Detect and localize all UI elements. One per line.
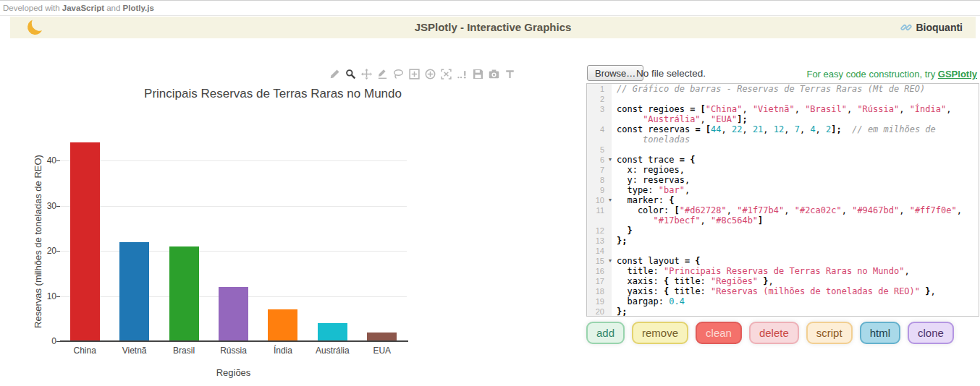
reset-axes-icon[interactable] <box>457 69 468 80</box>
code-line: title: "Principais Reservas de Terras Ra… <box>612 266 979 276</box>
gsplotly-link[interactable]: GSPlotly <box>938 69 977 80</box>
zoom-icon[interactable] <box>345 69 357 80</box>
app-header: JSPlotly - Interactive Graphics Bioquant… <box>10 17 976 38</box>
save-icon[interactable] <box>473 69 484 80</box>
line-number: 13 <box>587 236 612 246</box>
x-tick-label: Austrália <box>308 346 357 356</box>
line-number: 15▾ <box>587 256 612 266</box>
editor-row: 11 color: ["#d62728", "#1f77b4", "#2ca02… <box>587 205 979 215</box>
code-line: }; <box>612 236 979 246</box>
bioquanti-label: Bioquanti <box>916 22 963 33</box>
code-line: color: ["#d62728", "#1f77b4", "#2ca02c",… <box>612 205 979 215</box>
code-line: type: "bar", <box>612 185 979 195</box>
code-line: const trace = { <box>612 155 979 165</box>
code-line: // Gráfico de barras - Reservas de Terra… <box>612 84 979 94</box>
delete-button[interactable]: delete <box>749 322 799 344</box>
bar-China <box>70 142 100 341</box>
editor-row: "#17becf", "#8c564b"] <box>587 215 979 226</box>
code-line <box>612 246 979 256</box>
editor-row: 18 yaxis: { title: "Reservas (milhões de… <box>587 286 979 296</box>
pan-icon[interactable] <box>361 69 373 80</box>
zoom-out-icon[interactable] <box>425 69 436 80</box>
code-line: } <box>612 226 979 236</box>
browse-button[interactable]: Browse… <box>587 65 643 81</box>
remove-button[interactable]: remove <box>632 322 688 344</box>
line-number: 5 <box>587 145 612 155</box>
editor-row: 13}; <box>587 236 979 246</box>
line-number <box>587 114 612 124</box>
gridline-40 <box>60 160 407 161</box>
code-line: x: regioes, <box>612 165 979 175</box>
autoscale-icon[interactable] <box>441 69 452 80</box>
line-number: 17 <box>587 276 612 286</box>
app-window: Developed with JavaScript and Plotly.js … <box>0 0 980 386</box>
bar-Brasil <box>169 246 199 341</box>
line-number <box>587 134 612 145</box>
code-line: const reservas = [44, 22, 21, 12, 7, 4, … <box>612 124 979 134</box>
fold-arrow-icon[interactable]: ▾ <box>609 155 612 165</box>
line-number: 19 <box>587 296 612 306</box>
file-status-text: No file selected. <box>636 68 706 79</box>
code-line: xaxis: { title: "Regiões" }, <box>612 276 979 286</box>
zoom-in-icon[interactable] <box>409 69 421 80</box>
x-axis-line <box>60 340 408 342</box>
y-axis-title: Reservas (milhões de toneladas de REO) <box>33 155 43 328</box>
editor-row: 7 x: regioes, <box>587 165 979 175</box>
editor-row: 17 xaxis: { title: "Regiões" }, <box>587 276 979 286</box>
code-line: bargap: 0.4 <box>612 296 979 306</box>
editor-row: 15▾const layout = { <box>587 256 979 266</box>
gridline-20 <box>60 251 407 252</box>
y-tick-mark <box>56 160 60 161</box>
bar-Vietnã <box>119 242 149 342</box>
line-number: 8 <box>587 175 612 185</box>
developed-with-strip: Developed with JavaScript and Plotly.js <box>0 1 980 16</box>
editor-row: 16 title: "Principais Reservas de Terras… <box>587 266 979 276</box>
fold-arrow-icon[interactable]: ▾ <box>609 256 612 266</box>
bioquanti-link[interactable]: Bioquanti <box>900 17 963 38</box>
chain-link-icon <box>900 22 912 33</box>
x-tick-label: Brasil <box>159 346 208 356</box>
edit-pencil-icon[interactable] <box>329 69 341 80</box>
line-number: 16 <box>587 266 612 276</box>
code-line: y: reservas, <box>612 175 979 185</box>
script-button[interactable]: script <box>806 322 853 344</box>
html-button[interactable]: html <box>860 322 900 344</box>
editor-row: toneladas <box>587 134 979 145</box>
y-tick-mark <box>56 251 60 252</box>
text-icon[interactable] <box>504 69 516 80</box>
line-number: 14 <box>587 246 612 256</box>
line-number <box>587 215 612 226</box>
code-line: }; <box>612 306 979 317</box>
editor-row: 4const reservas = [44, 22, 21, 12, 7, 4,… <box>587 124 979 134</box>
page-title: JSPlotly - Interactive Graphics <box>10 17 976 38</box>
code-line: marker: { <box>612 195 979 205</box>
editor-row: 1// Gráfico de barras - Reservas de Terr… <box>587 84 979 94</box>
clean-button[interactable]: clean <box>696 322 742 344</box>
editor-row: 6▾const trace = { <box>587 155 979 165</box>
editor-row: 12 } <box>587 226 979 236</box>
x-tick-label: Rússia <box>208 346 258 356</box>
editor-row: 9 type: "bar", <box>587 185 979 195</box>
line-number: 4 <box>587 124 612 134</box>
code-editor[interactable]: 1// Gráfico de barras - Reservas de Terr… <box>586 83 979 317</box>
clone-button[interactable]: clone <box>908 322 954 344</box>
editor-row: 8 y: reservas, <box>587 175 979 185</box>
draw-line-icon[interactable] <box>377 69 389 80</box>
x-tick-label: EUA <box>358 346 407 356</box>
editor-row: "Austrália", "EUA"]; <box>587 114 979 124</box>
line-number: 3 <box>587 104 612 114</box>
add-button[interactable]: add <box>586 322 625 344</box>
line-number: 1 <box>587 84 612 94</box>
lasso-icon[interactable] <box>393 69 405 80</box>
code-line <box>612 94 979 104</box>
editor-row: 3const regioes = ["China", "Vietnã", "Br… <box>587 104 979 114</box>
line-number: 18 <box>587 286 612 296</box>
x-tick-label: China <box>60 346 109 356</box>
line-number: 12 <box>587 226 612 236</box>
code-line: toneladas <box>612 134 979 145</box>
fold-arrow-icon[interactable]: ▾ <box>609 195 612 205</box>
bar-Rússia <box>219 287 248 341</box>
camera-icon[interactable] <box>489 69 500 80</box>
editor-row: 20}; <box>587 306 979 317</box>
code-line: "Austrália", "EUA"]; <box>612 114 979 124</box>
